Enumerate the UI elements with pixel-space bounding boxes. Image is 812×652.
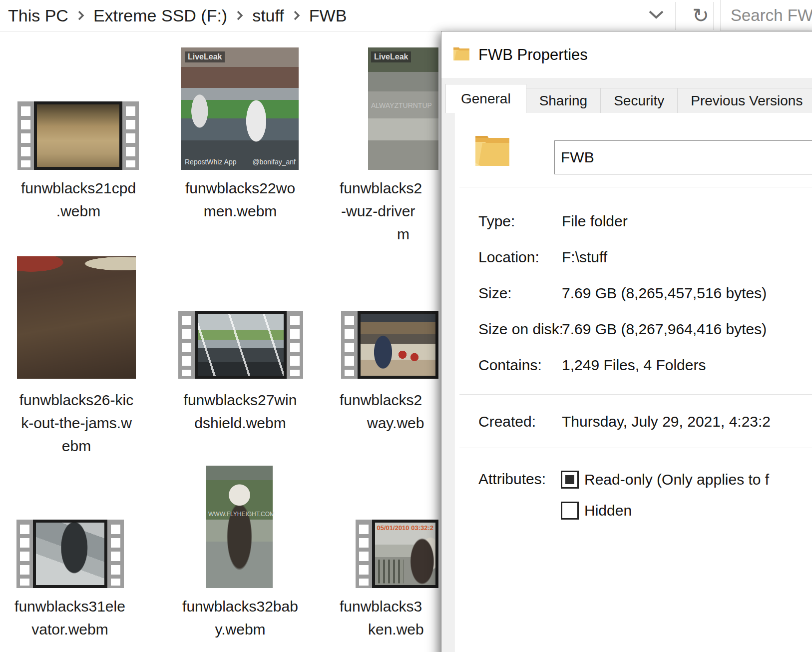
building-cctv-scene bbox=[375, 523, 435, 585]
breadcrumb-stuff[interactable]: stuff bbox=[249, 5, 287, 26]
file-name-line: dshield.webm bbox=[165, 414, 315, 433]
video-thumbnail: WWW.FLYHEIGHT.COM bbox=[206, 466, 273, 588]
size-on-disk-label: Size on disk: bbox=[478, 321, 563, 338]
search-input[interactable] bbox=[721, 5, 812, 25]
file-name-line: funwblacks3 bbox=[340, 597, 422, 616]
type-label: Type: bbox=[478, 213, 515, 230]
breadcrumb-this-pc[interactable]: This PC bbox=[5, 5, 71, 26]
video-thumbnail: 05/01/2010 03:32:2 bbox=[356, 520, 438, 588]
video-thumbnail bbox=[178, 311, 303, 379]
video-thumbnail bbox=[17, 101, 139, 170]
filmstrip-sprockets bbox=[17, 101, 34, 170]
filmstrip-sprockets bbox=[356, 520, 372, 588]
read-only-checkbox[interactable] bbox=[561, 471, 579, 489]
size-on-disk-value: 7.69 GB (8,267,964,416 bytes) bbox=[562, 321, 767, 338]
attributes-label: Attributes: bbox=[478, 471, 546, 488]
file-name-line: men.webm bbox=[165, 202, 315, 221]
liveleak-watermark: LiveLeak bbox=[185, 51, 225, 62]
file-name-line: k-out-the-jams.w bbox=[1, 414, 151, 433]
file-name-line: funwblacks31ele bbox=[0, 597, 145, 616]
tab-strip: General Sharing Security Previous Versio… bbox=[445, 84, 812, 113]
file-name-line: .webm bbox=[3, 202, 153, 221]
filmstrip-sprockets bbox=[287, 311, 303, 379]
video-thumbnail: LiveLeak RepostWhiz App @bonifay_anf bbox=[181, 47, 299, 170]
read-only-label: Read-only (Only applies to f bbox=[584, 471, 769, 488]
dialog-titlebar[interactable]: FWB Properties bbox=[441, 31, 812, 78]
breadcrumb-chevron-icon[interactable] bbox=[71, 9, 90, 21]
refresh-icon: ↻ bbox=[692, 4, 709, 27]
file-name-line: y.webm bbox=[165, 620, 315, 639]
hidden-checkbox[interactable] bbox=[561, 502, 579, 520]
location-label: Location: bbox=[478, 249, 539, 266]
breadcrumb-fwb[interactable]: FWB bbox=[306, 5, 350, 26]
folder-icon bbox=[452, 46, 470, 64]
search-box bbox=[720, 0, 812, 31]
video-thumbnail bbox=[341, 311, 438, 379]
divider bbox=[459, 448, 812, 448]
type-value: File folder bbox=[562, 213, 628, 230]
video-thumbnail: LiveLeak ALWAYZTURNTUP bbox=[368, 47, 438, 170]
file-name-line: funwblacks2 bbox=[340, 179, 422, 198]
dialog-title: FWB Properties bbox=[478, 46, 588, 64]
toolbar-separator bbox=[675, 2, 676, 30]
watermark-text: WWW.FLYHEIGHT.COM bbox=[208, 511, 275, 518]
windshield-scene bbox=[198, 314, 284, 376]
elevator-cctv-scene bbox=[36, 523, 104, 585]
tab-general[interactable]: General bbox=[445, 84, 526, 113]
file-name-line: funwblacks32bab bbox=[165, 597, 315, 616]
breadcrumb-chevron-icon[interactable] bbox=[230, 9, 249, 21]
file-name-line: funwblacks21cpd bbox=[3, 179, 153, 198]
tab-security[interactable]: Security bbox=[601, 88, 678, 113]
size-value: 7.69 GB (8,265,457,516 bytes) bbox=[562, 285, 767, 302]
watermark-text: @bonifay_anf bbox=[252, 158, 296, 166]
divider bbox=[459, 394, 812, 395]
divider bbox=[459, 187, 812, 187]
filmstrip-sprockets bbox=[341, 311, 358, 379]
file-name-line: way.web bbox=[367, 414, 424, 433]
blurry-night-scene bbox=[17, 256, 136, 379]
properties-dialog: FWB Properties General Sharing Security … bbox=[441, 31, 812, 652]
folder-name-input[interactable] bbox=[554, 140, 812, 174]
video-thumbnail bbox=[17, 256, 136, 379]
address-bar: This PC Extreme SSD (F:) stuff FWB ↻ bbox=[0, 0, 812, 31]
street-fight-scene bbox=[181, 47, 299, 170]
filmstrip-sprockets bbox=[16, 520, 33, 588]
created-label: Created: bbox=[478, 413, 536, 430]
file-name-line: vator.webm bbox=[0, 620, 145, 639]
tab-previous-versions[interactable]: Previous Versions bbox=[678, 88, 812, 113]
breadcrumb-drive[interactable]: Extreme SSD (F:) bbox=[90, 5, 230, 26]
refresh-button[interactable]: ↻ bbox=[688, 0, 713, 31]
street-cctv-scene bbox=[37, 104, 119, 167]
file-name-line: m bbox=[397, 225, 409, 244]
tab-sharing[interactable]: Sharing bbox=[526, 88, 601, 113]
liveleak-watermark: LiveLeak bbox=[371, 51, 411, 62]
file-name-line: -wuz-driver bbox=[341, 202, 415, 221]
baby-carry-scene bbox=[206, 466, 273, 588]
watermark-text: ALWAYZTURNTUP bbox=[371, 101, 432, 109]
filmstrip-sprockets bbox=[178, 311, 195, 379]
hidden-label: Hidden bbox=[584, 502, 632, 519]
filmstrip-sprockets bbox=[122, 101, 139, 170]
folder-icon bbox=[472, 132, 511, 171]
size-label: Size: bbox=[478, 285, 512, 302]
video-thumbnail bbox=[16, 520, 124, 588]
filmstrip-sprockets bbox=[107, 520, 124, 588]
cctv-timestamp: 05/01/2010 03:32:2 bbox=[377, 524, 433, 532]
file-name-line: funwblacks2 bbox=[340, 391, 422, 410]
breadcrumb: This PC Extreme SSD (F:) stuff FWB bbox=[5, 0, 350, 31]
general-tab-page: Type: File folder Location: F:\stuff Siz… bbox=[454, 112, 812, 652]
file-name-line: ken.web bbox=[368, 620, 424, 639]
location-value: F:\stuff bbox=[562, 249, 607, 266]
file-name-line: funwblacks27win bbox=[165, 391, 315, 410]
watermark-text: RepostWhiz App bbox=[185, 158, 237, 166]
contains-value: 1,249 Files, 4 Folders bbox=[562, 357, 706, 374]
contains-label: Contains: bbox=[478, 357, 542, 374]
file-name-line: funwblacks22wo bbox=[165, 179, 315, 198]
explorer-window: { "topbar": { "breadcrumb": ["This PC", … bbox=[0, 0, 812, 652]
chevron-down-icon bbox=[648, 9, 665, 21]
address-dropdown-button[interactable] bbox=[641, 0, 672, 31]
created-value: Thursday, July 29, 2021, 4:23:2 bbox=[562, 413, 771, 430]
file-name-line: funwblacks26-kic bbox=[1, 391, 151, 410]
breadcrumb-chevron-icon[interactable] bbox=[287, 9, 306, 21]
store-cctv-scene bbox=[361, 314, 435, 376]
